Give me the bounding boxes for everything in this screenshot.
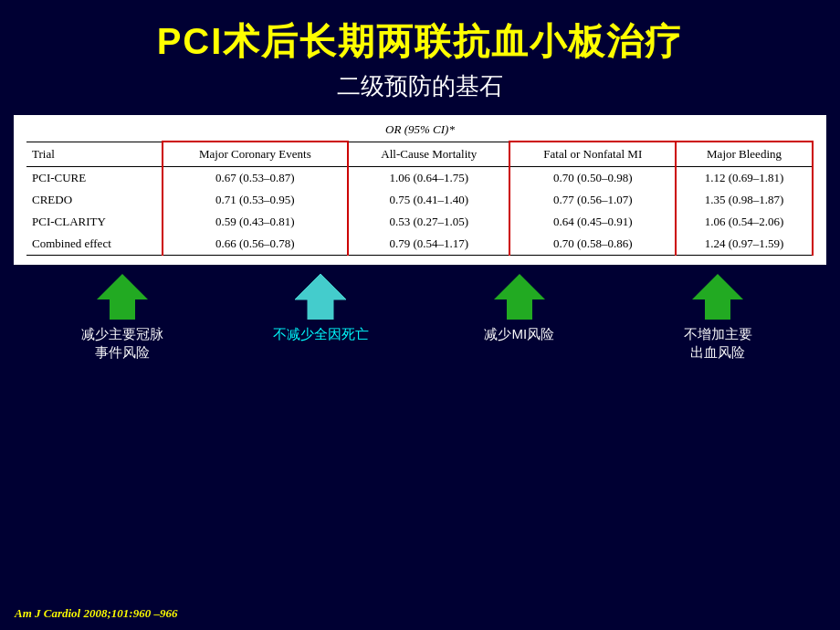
cell-fatal-mi: 0.70 (0.50–0.98) [509,167,676,190]
arrow-col-3: 减少MI风险 [433,274,606,361]
table-row: Combined effect 0.66 (0.56–0.78) 0.79 (0… [26,233,813,256]
arrow-up-icon-1 [97,274,148,320]
cell-fatal-mi: 0.70 (0.58–0.86) [509,233,676,256]
table-body: PCI-CURE 0.67 (0.53–0.87) 1.06 (0.64–1.7… [26,167,813,256]
col-trial: Trial [26,142,163,167]
arrow-label-2: 不减少全因死亡 [273,325,369,343]
col-major-bleeding: Major Bleeding [676,142,813,167]
cell-all-cause: 0.79 (0.54–1.17) [348,233,509,256]
arrow-col-4: 不增加主要出血风险 [631,274,804,361]
cell-major-coronary: 0.67 (0.53–0.87) [163,167,349,190]
cell-fatal-mi: 0.77 (0.56–1.07) [509,189,676,211]
cell-major-coronary: 0.66 (0.56–0.78) [163,233,349,256]
table-row: CREDO 0.71 (0.53–0.95) 0.75 (0.41–1.40) … [26,189,813,211]
arrows-area: 减少主要冠脉事件风险 不减少全因死亡 减少MI风险 不增加主要出血风险 [14,274,826,361]
main-title: PCI术后长期两联抗血小板治疗 [18,16,822,67]
col-all-cause: All-Cause Mortality [348,142,509,167]
table-row: PCI-CLARITY 0.59 (0.43–0.81) 0.53 (0.27–… [26,211,813,233]
cell-major-coronary: 0.59 (0.43–0.81) [163,211,349,233]
or-header: OR (95% CI)* [26,122,814,137]
title-area: PCI术后长期两联抗血小板治疗 二级预防的基石 [0,0,840,108]
subtitle: 二级预防的基石 [18,70,822,102]
arrow-up-icon-4 [692,274,743,320]
cell-trial: PCI-CLARITY [26,211,163,233]
arrow-col-1: 减少主要冠脉事件风险 [36,274,209,361]
svg-marker-3 [692,274,743,320]
col-fatal-mi: Fatal or Nonfatal MI [509,142,676,167]
col-major-coronary: Major Coronary Events [163,142,349,167]
cell-major-bleeding: 1.24 (0.97–1.59) [676,233,813,256]
cell-fatal-mi: 0.64 (0.45–0.91) [509,211,676,233]
svg-marker-0 [97,274,148,320]
cell-major-bleeding: 1.35 (0.98–1.87) [676,189,813,211]
table-area: OR (95% CI)* Trial Major Coronary Events… [14,115,826,265]
svg-marker-2 [494,274,545,320]
cell-all-cause: 0.53 (0.27–1.05) [348,211,509,233]
cell-major-bleeding: 1.12 (0.69–1.81) [676,167,813,190]
cell-all-cause: 1.06 (0.64–1.75) [348,167,509,190]
cell-major-coronary: 0.71 (0.53–0.95) [163,189,349,211]
data-table: Trial Major Coronary Events All-Cause Mo… [26,141,814,256]
svg-marker-1 [295,274,346,320]
footnote: Am J Cardiol 2008;101:960 –966 [15,606,177,621]
arrow-label-3: 减少MI风险 [484,325,554,343]
arrow-up-icon-3 [494,274,545,320]
arrow-label-4: 不增加主要出血风险 [684,325,752,361]
table-header-row: Trial Major Coronary Events All-Cause Mo… [26,142,813,167]
table-row: PCI-CURE 0.67 (0.53–0.87) 1.06 (0.64–1.7… [26,167,813,190]
cell-trial: PCI-CURE [26,167,163,190]
arrow-label-1: 减少主要冠脉事件风险 [81,325,163,361]
cell-trial: Combined effect [26,233,163,256]
slide: PCI术后长期两联抗血小板治疗 二级预防的基石 OR (95% CI)* Tri… [0,0,840,630]
arrow-up-icon-2 [295,274,346,320]
cell-trial: CREDO [26,189,163,211]
cell-all-cause: 0.75 (0.41–1.40) [348,189,509,211]
arrow-col-2: 不减少全因死亡 [234,274,407,361]
cell-major-bleeding: 1.06 (0.54–2.06) [676,211,813,233]
